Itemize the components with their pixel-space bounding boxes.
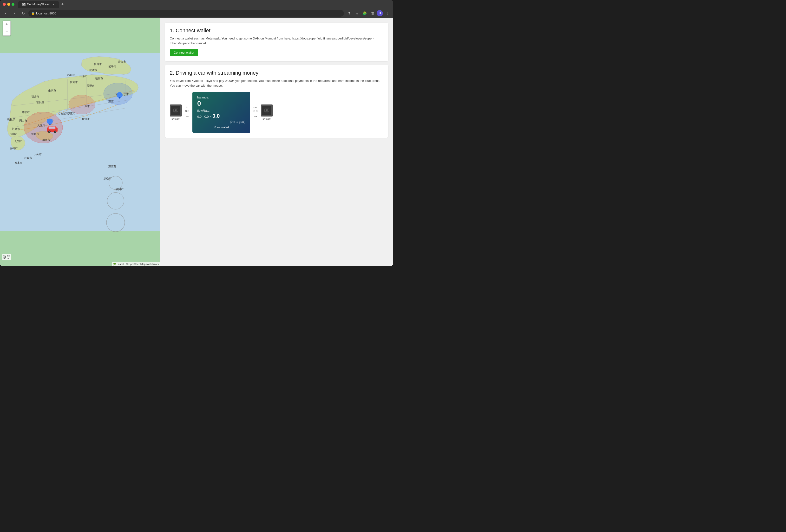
svg-text:姫路市: 姫路市 [31,132,39,135]
svg-text:山形市: 山形市 [79,75,87,77]
system-right-icon [261,104,273,117]
flow-out-arrow: → [253,113,258,119]
wallet-name: Your wallet [197,125,246,129]
svg-text:宮崎市: 宮崎市 [24,156,32,159]
flow-out-label: out [254,106,258,109]
share-icon[interactable]: ⬆ [346,10,352,17]
close-button[interactable] [3,3,6,6]
tab-favicon: 🗺 [22,3,25,6]
step2-description: You travel from Kyoto to Tokyo and pay 0… [170,78,384,88]
svg-text:東京: 東京 [108,100,114,103]
svg-text:千葉市: 千葉市 [82,105,90,107]
svg-rect-59 [174,112,177,113]
puzzle-icon[interactable]: ◫ [369,10,376,17]
svg-rect-68 [266,110,268,111]
maximize-button[interactable] [11,3,15,6]
right-panel: 1. Connect wallet Connect a wallet such … [160,18,393,266]
address-text: localhost:8000 [36,11,56,15]
svg-rect-51 [49,127,52,129]
svg-text:長崎市: 長崎市 [9,147,18,150]
svg-text:金沢市: 金沢市 [48,89,56,92]
tab-title: GeoMoneyStream [27,3,50,6]
svg-text:広島市: 広島市 [12,127,20,130]
svg-text:浜松市: 浜松市 [103,177,112,180]
svg-text:伊東市: 伊東市 [67,112,75,115]
flow-out: out 0.0 → [253,106,258,119]
svg-text:東京都: 東京都 [108,165,116,168]
svg-text:石川県: 石川県 [36,101,44,104]
system-right-box: System [261,104,273,120]
active-tab[interactable]: 🗺 GeoMoneyStream ✕ [18,1,59,8]
svg-text:長野市: 長野市 [87,84,95,87]
svg-rect-62 [175,110,177,111]
svg-rect-67 [267,109,268,110]
browser-content: 大阪市 岡山市 広島市 名古屋市 千葉市 東京 さいたま市 長野市 新潟市 金沢… [0,18,393,266]
svg-text:松山市: 松山市 [9,132,18,135]
svg-text:宮城市: 宮城市 [89,69,97,72]
bookmark-icon[interactable]: ☆ [353,10,360,17]
svg-text:静岡市: 静岡市 [116,188,123,191]
flow-in-amount: 0.0 [185,110,189,113]
extension-icon[interactable]: 🧩 [361,10,368,17]
profile-button[interactable]: H [377,10,383,16]
flow-rate-label: flowRate: [197,109,246,113]
browser-window: 🗺 GeoMoneyStream ✕ + ‹ › ↻ 🔒 localhost:8… [0,0,393,266]
system-left-icon-inner [171,106,180,115]
step1-card: 1. Connect wallet Connect a wallet such … [165,23,388,61]
step1-description: Connect a wallet such as Metamask. You n… [170,36,384,46]
step2-card: 2. Driving a car with streaming money Yo… [165,65,388,138]
svg-point-46 [49,124,51,125]
svg-rect-60 [175,109,176,110]
tab-close-icon[interactable]: ✕ [52,3,55,6]
map-section[interactable]: 大阪市 岡山市 広島市 名古屋市 千葉市 東京 さいたま市 長野市 新潟市 金沢… [0,18,160,266]
new-tab-button[interactable]: + [59,1,66,8]
wallet-goal: (0m to goal) [197,120,246,123]
toolbar-actions: ⬆ ☆ 🧩 ◫ H ⋮ [346,10,391,17]
connect-wallet-button[interactable]: Connect wallet [170,49,198,56]
forward-button[interactable]: › [11,10,18,17]
svg-rect-65 [265,112,268,113]
zoom-out-button[interactable]: − [3,28,10,35]
flow-value: 0.0 [212,113,220,119]
zoom-in-button[interactable]: + [3,21,10,28]
system-left-box: System [170,104,182,120]
flow-in: in 0.0 → [185,106,189,119]
svg-text:大分市: 大分市 [34,153,42,156]
svg-text:熊本市: 熊本市 [15,161,22,164]
tab-bar: 🗺 GeoMoneyStream ✕ + [18,1,390,8]
title-bar: 🗺 GeoMoneyStream ✕ + [0,0,393,9]
minimize-button[interactable] [7,3,10,6]
svg-text:岡山市: 岡山市 [19,119,27,122]
system-left-label: System [171,117,180,120]
scale-km: 50 km [3,255,10,257]
menu-icon[interactable]: ⋮ [384,10,391,17]
step2-title: 2. Driving a car with streaming money [170,70,384,76]
svg-text:岩手市: 岩手市 [108,65,116,68]
back-button[interactable]: ‹ [2,10,9,17]
map-scale: 50 km 50 mi [2,254,11,260]
osm-link[interactable]: OpenStreetMap contributors [129,263,159,266]
svg-text:青森市: 青森市 [118,60,126,63]
flow-in-arrow: → [185,113,189,119]
system-right-icon-inner [262,106,271,115]
svg-text:福井市: 福井市 [31,95,39,98]
map-svg: 大阪市 岡山市 広島市 名古屋市 千葉市 東京 さいたま市 長野市 新潟市 金沢… [0,18,160,266]
svg-text:徳島市: 徳島市 [42,139,50,141]
svg-text:新潟市: 新潟市 [70,81,78,83]
svg-text:福島市: 福島市 [95,77,103,80]
flow-equation: 0.0 - 0.0 = [197,115,211,118]
address-bar[interactable]: 🔒 localhost:8000 [28,10,344,17]
svg-text:秋田市: 秋田市 [67,73,75,76]
balance-value: 0 [197,100,246,107]
svg-text:高知市: 高知市 [15,140,22,143]
scale-mi: 50 mi [3,257,10,260]
svg-point-48 [119,97,120,99]
balance-label: balance: [197,96,246,99]
svg-rect-52 [52,127,55,129]
reload-button[interactable]: ↻ [20,10,26,17]
lock-icon: 🔒 [31,12,35,15]
leaflet-link[interactable]: Leaflet [117,263,124,266]
traffic-lights [3,3,15,6]
svg-rect-66 [266,109,267,110]
svg-point-56 [55,131,55,132]
